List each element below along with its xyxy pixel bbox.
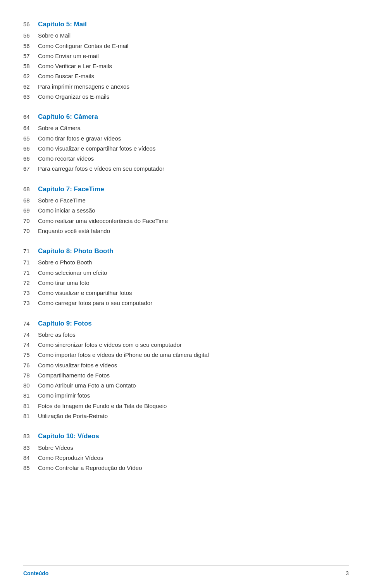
footer-label: Conteúdo: [23, 570, 48, 576]
toc-entry-row: 62Como Buscar E-mails: [23, 72, 349, 81]
chapter-header-row: 74Capítulo 9: Fotos: [23, 319, 349, 329]
toc-entry-row: 75Como importar fotos e vídeos do iPhone…: [23, 350, 349, 359]
entry-text: Como Configurar Contas de E-mail: [38, 41, 128, 50]
page-number: 58: [23, 62, 38, 70]
toc-section: 83Capítulo 10: Vídeos83Sobre Vídeos84Com…: [23, 431, 349, 472]
page-number: 85: [23, 463, 38, 472]
entry-text: Como tirar fotos e gravar vídeos: [38, 134, 121, 143]
page-number: 71: [23, 268, 38, 277]
toc-section: 64Capítulo 6: Câmera64Sobre a Câmera65Co…: [23, 112, 349, 173]
entry-text: Como selecionar um efeito: [38, 268, 107, 277]
entry-text: Como Enviar um e-mail: [38, 51, 99, 60]
toc-entry-row: 63Como Organizar os E-mails: [23, 92, 349, 101]
toc-entry-row: 73Como visualizar e compartilhar fotos: [23, 288, 349, 297]
entry-text: Compartilhamento de Fotos: [38, 371, 110, 380]
entry-text: Para imprimir mensagens e anexos: [38, 82, 129, 91]
entry-text: Como Verificar e Ler E-mails: [38, 62, 112, 70]
toc-entry-row: 85Como Controlar a Reprodução do Vídeo: [23, 463, 349, 472]
entry-text: Fotos de Imagem de Fundo e da Tela de Bl…: [38, 401, 167, 410]
page-number: 65: [23, 134, 38, 143]
toc-entry-row: 72Como tirar uma foto: [23, 278, 349, 287]
toc-entry-row: 68Sobre o FaceTime: [23, 196, 349, 205]
chapter-title: Capítulo 10: Vídeos: [38, 431, 99, 441]
entry-text: Como tirar uma foto: [38, 278, 90, 287]
chapter-header-row: 83Capítulo 10: Vídeos: [23, 431, 349, 441]
page-number: 73: [23, 298, 38, 307]
toc-entry-row: 78Compartilhamento de Fotos: [23, 371, 349, 380]
chapter-header-row: 64Capítulo 6: Câmera: [23, 112, 349, 122]
page-number: 84: [23, 453, 38, 462]
page-number: 72: [23, 278, 38, 287]
page-number: 67: [23, 164, 38, 173]
page-number: 75: [23, 350, 38, 359]
entry-text: Como visualizar fotos e vídeos: [38, 361, 117, 370]
toc-entry-row: 70Como realizar uma videoconferência do …: [23, 216, 349, 225]
toc-entry-row: 74Sobre as fotos: [23, 330, 349, 339]
entry-text: Como carregar fotos para o seu computado…: [38, 298, 152, 307]
entry-text: Como Organizar os E-mails: [38, 92, 109, 101]
page-number: 64: [23, 123, 38, 132]
toc-entry-row: 62Para imprimir mensagens e anexos: [23, 82, 349, 91]
entry-text: Como imprimir fotos: [38, 391, 90, 400]
page-number: 74: [23, 340, 38, 349]
toc-entry-row: 74Como sincronizar fotos e vídeos com o …: [23, 340, 349, 349]
page-number: 78: [23, 371, 38, 380]
page-number: 81: [23, 391, 38, 400]
page-number: 56: [23, 31, 38, 40]
entry-text: Como Buscar E-mails: [38, 72, 94, 81]
page-number: 76: [23, 361, 38, 370]
entry-text: Como Atribuir uma Foto a um Contato: [38, 381, 136, 390]
page-number: 68: [23, 185, 38, 194]
toc-entry-row: 83Sobre Vídeos: [23, 443, 349, 452]
entry-text: Sobre o Mail: [38, 31, 71, 40]
page-number: 71: [23, 258, 38, 267]
toc-entry-row: 66Como visualizar e compartilhar fotos e…: [23, 144, 349, 153]
toc-entry-row: 70Enquanto você está falando: [23, 226, 349, 235]
toc-section: 68Capítulo 7: FaceTime68Sobre o FaceTime…: [23, 184, 349, 235]
toc-entry-row: 73Como carregar fotos para o seu computa…: [23, 298, 349, 307]
toc-entry-row: 58Como Verificar e Ler E-mails: [23, 62, 349, 70]
page-number: 62: [23, 72, 38, 81]
page-number: 71: [23, 247, 38, 255]
entry-text: Como recortar vídeos: [38, 154, 94, 163]
page-number: 74: [23, 330, 38, 339]
toc-entry-row: 66Como recortar vídeos: [23, 154, 349, 163]
page-number: 66: [23, 154, 38, 163]
page-number: 68: [23, 196, 38, 205]
chapter-title: Capítulo 5: Mail: [38, 19, 87, 29]
page-number: 83: [23, 432, 38, 441]
toc-section: 74Capítulo 9: Fotos74Sobre as fotos74Com…: [23, 319, 349, 421]
page-number: 66: [23, 144, 38, 153]
toc-entry-row: 71Como selecionar um efeito: [23, 268, 349, 277]
entry-text: Como visualizar e compartilhar fotos: [38, 288, 132, 297]
chapter-title: Capítulo 9: Fotos: [38, 319, 92, 329]
toc-entry-row: 81Como imprimir fotos: [23, 391, 349, 400]
page-number: 64: [23, 112, 38, 121]
toc-entry-row: 71Sobre o Photo Booth: [23, 258, 349, 267]
chapter-header-row: 56Capítulo 5: Mail: [23, 19, 349, 29]
footer-page: 3: [346, 570, 349, 576]
entry-text: Sobre as fotos: [38, 330, 76, 339]
page-number: 70: [23, 216, 38, 225]
entry-text: Como realizar uma videoconferência do Fa…: [38, 216, 168, 225]
page-number: 83: [23, 443, 38, 452]
entry-text: Sobre o FaceTime: [38, 196, 86, 205]
entry-text: Utilização de Porta-Retrato: [38, 411, 108, 420]
entry-text: Enquanto você está falando: [38, 226, 110, 235]
chapter-header-row: 71Capítulo 8: Photo Booth: [23, 246, 349, 256]
toc-entry-row: 81Fotos de Imagem de Fundo e da Tela de …: [23, 401, 349, 410]
entry-text: Sobre o Photo Booth: [38, 258, 92, 267]
entry-text: Como visualizar e compartilhar fotos e v…: [38, 144, 155, 153]
chapter-title: Capítulo 6: Câmera: [38, 112, 98, 122]
page-footer: Conteúdo 3: [23, 565, 349, 576]
entry-text: Como iniciar a sessão: [38, 206, 95, 215]
page-number: 63: [23, 92, 38, 101]
page-number: 80: [23, 381, 38, 390]
entry-text: Como sincronizar fotos e vídeos com o se…: [38, 340, 182, 349]
toc-entry-row: 64Sobre a Câmera: [23, 123, 349, 132]
toc-entry-row: 80Como Atribuir uma Foto a um Contato: [23, 381, 349, 390]
toc-entry-row: 56Como Configurar Contas de E-mail: [23, 41, 349, 50]
entry-text: Para carregar fotos e vídeos em seu comp…: [38, 164, 164, 173]
toc-entry-row: 56Sobre o Mail: [23, 31, 349, 40]
toc-entry-row: 65Como tirar fotos e gravar vídeos: [23, 134, 349, 143]
